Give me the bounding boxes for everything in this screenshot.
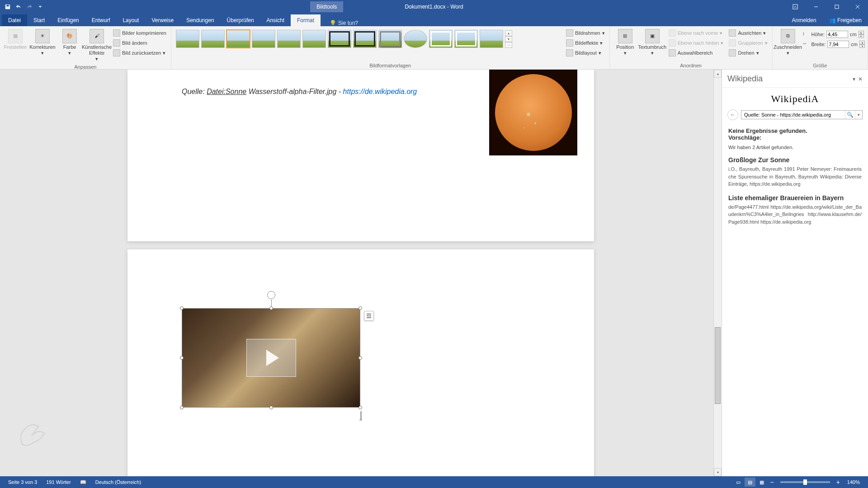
zoom-out-button[interactable]: − <box>768 479 775 486</box>
resize-handle[interactable] <box>180 356 184 360</box>
search-icon[interactable]: 🔍 <box>845 111 855 119</box>
back-button[interactable]: ← <box>727 109 738 120</box>
tab-format[interactable]: Format <box>291 14 321 26</box>
style-item[interactable] <box>353 30 377 48</box>
sun-image[interactable] <box>489 70 577 155</box>
bild-aendern-button[interactable]: Bild ändern <box>111 39 168 47</box>
style-item[interactable] <box>201 30 225 48</box>
video-object-selected[interactable]: ⎓ <box>182 308 360 408</box>
width-input[interactable] <box>827 41 849 48</box>
auswahlbereich-button[interactable]: Auswahlbereich <box>667 49 726 57</box>
resize-handle[interactable] <box>180 306 184 310</box>
ebene-vorne-button[interactable]: Ebene nach vorne ▾ <box>667 29 726 37</box>
redo-icon[interactable] <box>25 3 33 11</box>
zoom-thumb[interactable] <box>803 479 807 485</box>
close-button[interactable] <box>847 0 868 14</box>
vertical-scrollbar[interactable]: ▴ ▾ <box>713 70 722 476</box>
minimize-button[interactable] <box>806 0 826 14</box>
tell-me[interactable]: 💡Sie tun? <box>330 20 358 26</box>
ebene-hinten-button[interactable]: Ebene nach hinten ▾ <box>667 39 726 47</box>
pane-dropdown-icon[interactable]: ▾ <box>853 76 855 82</box>
tab-ansicht[interactable]: Ansicht <box>260 14 291 26</box>
undo-icon[interactable] <box>14 3 23 11</box>
style-item[interactable] <box>480 30 503 48</box>
document-area[interactable]: Quelle: Datei:Sonne Wasserstoff-alpha-Fi… <box>0 70 722 476</box>
layout-options-button[interactable] <box>364 311 374 321</box>
wiki-search-input[interactable] <box>741 111 845 119</box>
word-count[interactable]: 191 Wörter <box>42 479 75 485</box>
scroll-up-button[interactable]: ▴ <box>714 70 722 78</box>
language-indicator[interactable]: Deutsch (Österreich) <box>91 479 146 485</box>
pane-close-icon[interactable]: ✕ <box>858 76 863 82</box>
height-spinner[interactable]: ▴▾ <box>859 31 864 38</box>
tab-datei[interactable]: Datei <box>2 14 27 26</box>
gruppieren-button[interactable]: Gruppieren ▾ <box>727 39 769 47</box>
resize-handle[interactable] <box>359 406 362 409</box>
gallery-scroll[interactable]: ▴▾⋯ <box>505 30 512 48</box>
page-indicator[interactable]: Seite 3 von 3 <box>4 479 42 485</box>
tab-layout[interactable]: Layout <box>116 14 145 26</box>
drehen-button[interactable]: Drehen ▾ <box>727 49 769 57</box>
save-icon[interactable] <box>4 3 12 11</box>
result-title[interactable]: Großloge Zur Sonne <box>728 156 862 164</box>
style-item[interactable] <box>302 30 326 48</box>
bildrahmen-button[interactable]: Bildrahmen ▾ <box>564 29 607 37</box>
tab-einfuegen[interactable]: Einfügen <box>51 14 85 26</box>
style-item[interactable] <box>252 30 275 48</box>
tab-verweise[interactable]: Verweise <box>145 14 180 26</box>
zoom-slider[interactable] <box>780 481 830 483</box>
freistellen-button[interactable]: ▦Freistellen <box>3 28 28 51</box>
bild-zuruecksetzen-button[interactable]: Bild zurücksetzen ▾ <box>111 49 168 57</box>
style-item[interactable] <box>176 30 199 48</box>
tab-start[interactable]: Start <box>27 14 51 26</box>
play-button-overlay[interactable] <box>246 339 296 377</box>
resize-handle[interactable] <box>359 356 362 360</box>
style-item[interactable] <box>454 30 478 48</box>
qat-customize-icon[interactable] <box>36 3 44 11</box>
result-item[interactable]: Großloge Zur Sonne i.O., Bayreuth, Bayre… <box>728 156 862 188</box>
resize-handle[interactable] <box>180 406 184 409</box>
bilder-komprimieren-button[interactable]: Bilder komprimieren <box>111 29 168 37</box>
style-item[interactable] <box>429 30 453 48</box>
share-button[interactable]: 👥 Freigeben <box>823 14 868 26</box>
read-mode-icon[interactable]: ▭ <box>733 478 744 487</box>
bildlayout-button[interactable]: Bildlayout ▾ <box>564 49 607 57</box>
zuschneiden-button[interactable]: ⧉Zuschneiden▾ <box>775 28 801 57</box>
textumbruch-button[interactable]: ▣Textumbruch▾ <box>640 28 665 57</box>
proofing-icon[interactable]: 📖 <box>75 479 91 485</box>
position-button[interactable]: ⊞Position▾ <box>613 28 638 57</box>
scroll-thumb[interactable] <box>715 327 721 404</box>
ausrichten-button[interactable]: Ausrichten ▾ <box>727 29 769 37</box>
effekte-button[interactable]: 🖌Künstlerische Effekte▾ <box>84 28 109 63</box>
signin-button[interactable]: Anmelden <box>786 14 823 26</box>
style-item[interactable] <box>226 30 250 48</box>
resize-handle[interactable] <box>269 406 273 409</box>
web-layout-icon[interactable]: ▦ <box>756 478 767 487</box>
tab-entwurf[interactable]: Entwurf <box>85 14 117 26</box>
scroll-down-button[interactable]: ▾ <box>714 468 722 476</box>
video-thumbnail[interactable] <box>182 308 360 408</box>
result-item[interactable]: Liste ehemaliger Brauereien in Bayern de… <box>728 194 862 226</box>
tab-sendungen[interactable]: Sendungen <box>180 14 220 26</box>
picture-styles-gallery[interactable]: ▴▾⋯ <box>174 28 514 50</box>
image-caption[interactable]: Quelle: Datei:Sonne Wasserstoff-alpha-Fi… <box>182 88 417 96</box>
width-spinner[interactable]: ▴▾ <box>859 41 865 48</box>
resize-handle[interactable] <box>269 306 273 310</box>
height-input[interactable] <box>826 31 848 38</box>
farbe-button[interactable]: 🎨Farbe▾ <box>57 28 82 57</box>
rotation-handle[interactable] <box>267 291 275 299</box>
wikipedia-link[interactable]: https://de.wikipedia.org <box>343 88 417 95</box>
print-layout-icon[interactable]: ▤ <box>745 478 755 487</box>
style-item[interactable] <box>378 30 402 48</box>
style-item[interactable] <box>404 30 427 48</box>
zoom-in-button[interactable]: + <box>835 479 842 486</box>
resize-handle[interactable] <box>359 306 362 310</box>
style-item[interactable] <box>277 30 301 48</box>
search-dropdown-icon[interactable]: ▾ <box>855 111 862 119</box>
bildeffekte-button[interactable]: Bildeffekte ▾ <box>564 39 607 47</box>
ribbon-display-options-icon[interactable] <box>785 0 806 14</box>
maximize-button[interactable] <box>826 0 847 14</box>
tab-ueberpruefen[interactable]: Überprüfen <box>221 14 260 26</box>
style-item[interactable] <box>328 30 351 48</box>
korrekturen-button[interactable]: ☀Korrekturen▾ <box>30 28 55 57</box>
